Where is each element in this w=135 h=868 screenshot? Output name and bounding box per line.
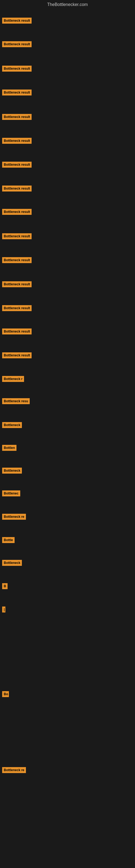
bottleneck-item[interactable]: Bottleneck re	[2, 767, 26, 774]
bottleneck-item[interactable]: Bottleneck r	[2, 376, 24, 383]
bottleneck-item[interactable]: Bottleneck result	[2, 209, 32, 216]
bottleneck-item[interactable]: Bottleneck result	[2, 186, 32, 193]
bottleneck-badge[interactable]: Bottleneck	[2, 468, 22, 474]
bottleneck-item[interactable]: Bottleneck result	[2, 162, 32, 169]
bottleneck-badge[interactable]: Bottle	[2, 537, 14, 543]
bottleneck-badge[interactable]: Bottleneck result	[2, 305, 32, 311]
bottleneck-badge[interactable]: Bottleneck result	[2, 162, 32, 167]
bottleneck-item[interactable]: Bottleneck result	[2, 114, 32, 121]
bottleneck-badge[interactable]: Bo	[2, 691, 9, 697]
bottleneck-badge[interactable]: Bottleneck result	[2, 233, 32, 239]
bottleneck-item[interactable]: Bottleneck result	[2, 66, 32, 73]
bottleneck-badge[interactable]: Bottleneck result	[2, 281, 32, 287]
bottleneck-badge[interactable]: Bottleneck result	[2, 66, 32, 72]
bottleneck-badge[interactable]: Bottleneck result	[2, 352, 32, 358]
bottleneck-item[interactable]: |	[2, 607, 5, 614]
bottleneck-item[interactable]: Bottleneck	[2, 560, 22, 567]
bottleneck-item[interactable]: Bottleneck	[2, 422, 22, 429]
bottleneck-item[interactable]: Bottleneck	[2, 468, 22, 475]
bottleneck-badge[interactable]: Bottlenec	[2, 490, 20, 496]
bottleneck-item[interactable]: Bottle	[2, 537, 14, 544]
bottleneck-item[interactable]: Bottlen	[2, 445, 16, 452]
bottleneck-item[interactable]: Bottleneck re	[2, 514, 26, 521]
bottleneck-badge[interactable]: Bottleneck re	[2, 514, 26, 520]
bottleneck-badge[interactable]: Bottlen	[2, 445, 16, 451]
bottleneck-badge[interactable]: B	[2, 583, 8, 589]
bottleneck-badge[interactable]: Bottleneck r	[2, 376, 24, 382]
bottleneck-badge[interactable]: Bottleneck result	[2, 186, 32, 191]
bottleneck-item[interactable]: Bottleneck resu	[2, 398, 30, 405]
bottleneck-item[interactable]: Bottleneck result	[2, 305, 32, 312]
bottleneck-badge[interactable]: Bottleneck result	[2, 41, 32, 47]
site-title: TheBottlenecker.com	[0, 0, 135, 10]
bottleneck-item[interactable]: Bottleneck result	[2, 233, 32, 240]
bottleneck-item[interactable]: Bottlenec	[2, 490, 20, 497]
bottleneck-item[interactable]: B	[2, 583, 8, 590]
bottleneck-badge[interactable]: Bottleneck result	[2, 138, 32, 144]
bottleneck-badge[interactable]: Bottleneck result	[2, 329, 32, 335]
bottleneck-badge[interactable]: Bottleneck resu	[2, 398, 30, 404]
bottleneck-badge[interactable]: |	[2, 607, 5, 613]
bottleneck-badge[interactable]: Bottleneck	[2, 560, 22, 566]
bottleneck-badge[interactable]: Bottleneck result	[2, 257, 32, 263]
bottleneck-badge[interactable]: Bottleneck	[2, 422, 22, 428]
bottleneck-item[interactable]: Bottleneck result	[2, 138, 32, 145]
bottleneck-badge[interactable]: Bottleneck result	[2, 90, 32, 95]
bottleneck-item[interactable]: Bottleneck result	[2, 352, 32, 360]
bottleneck-item[interactable]: Bottleneck result	[2, 281, 32, 288]
bottleneck-item[interactable]: Bottleneck result	[2, 329, 32, 336]
bottleneck-badge[interactable]: Bottleneck result	[2, 18, 32, 24]
bottleneck-item[interactable]: Bottleneck result	[2, 18, 32, 25]
bottleneck-badge[interactable]: Bottleneck result	[2, 209, 32, 215]
bottleneck-badge[interactable]: Bottleneck re	[2, 767, 26, 773]
bottleneck-item[interactable]: Bottleneck result	[2, 90, 32, 97]
bottleneck-item[interactable]: Bottleneck result	[2, 41, 32, 48]
items-container: Bottleneck resultBottleneck resultBottle…	[0, 10, 135, 868]
bottleneck-item[interactable]: Bottleneck result	[2, 257, 32, 264]
bottleneck-badge[interactable]: Bottleneck result	[2, 114, 32, 120]
bottleneck-item[interactable]: Bo	[2, 691, 9, 698]
